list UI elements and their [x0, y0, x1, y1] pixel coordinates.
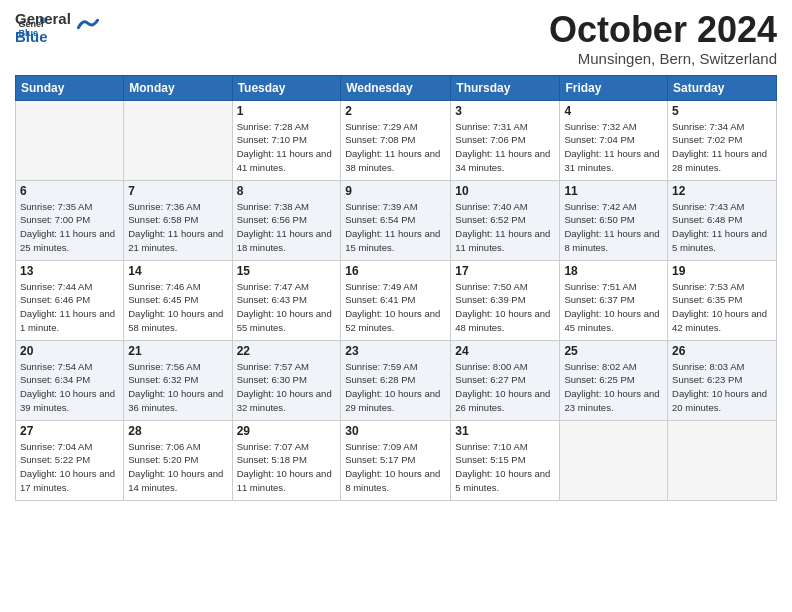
calendar-cell: 4Sunrise: 7:32 AM Sunset: 7:04 PM Daylig… [560, 100, 668, 180]
day-info: Sunrise: 7:38 AM Sunset: 6:56 PM Dayligh… [237, 200, 337, 255]
day-info: Sunrise: 7:42 AM Sunset: 6:50 PM Dayligh… [564, 200, 663, 255]
calendar-cell [560, 420, 668, 500]
day-info: Sunrise: 7:51 AM Sunset: 6:37 PM Dayligh… [564, 280, 663, 335]
calendar-cell: 24Sunrise: 8:00 AM Sunset: 6:27 PM Dayli… [451, 340, 560, 420]
day-info: Sunrise: 7:39 AM Sunset: 6:54 PM Dayligh… [345, 200, 446, 255]
day-number: 9 [345, 184, 446, 198]
day-number: 2 [345, 104, 446, 118]
day-info: Sunrise: 7:59 AM Sunset: 6:28 PM Dayligh… [345, 360, 446, 415]
day-number: 23 [345, 344, 446, 358]
day-number: 17 [455, 264, 555, 278]
day-number: 1 [237, 104, 337, 118]
day-number: 26 [672, 344, 772, 358]
day-number: 18 [564, 264, 663, 278]
calendar-week-row: 20Sunrise: 7:54 AM Sunset: 6:34 PM Dayli… [16, 340, 777, 420]
weekday-header: Wednesday [341, 75, 451, 100]
title-block: October 2024 Munsingen, Bern, Switzerlan… [549, 10, 777, 67]
calendar-cell [668, 420, 777, 500]
day-info: Sunrise: 7:44 AM Sunset: 6:46 PM Dayligh… [20, 280, 119, 335]
day-number: 13 [20, 264, 119, 278]
calendar-cell: 19Sunrise: 7:53 AM Sunset: 6:35 PM Dayli… [668, 260, 777, 340]
day-number: 6 [20, 184, 119, 198]
weekday-header: Thursday [451, 75, 560, 100]
day-number: 4 [564, 104, 663, 118]
location: Munsingen, Bern, Switzerland [549, 50, 777, 67]
day-number: 10 [455, 184, 555, 198]
day-number: 11 [564, 184, 663, 198]
day-number: 15 [237, 264, 337, 278]
day-number: 27 [20, 424, 119, 438]
day-number: 29 [237, 424, 337, 438]
calendar-week-row: 6Sunrise: 7:35 AM Sunset: 7:00 PM Daylig… [16, 180, 777, 260]
logo: General Blue General Blue [15, 10, 99, 46]
day-number: 8 [237, 184, 337, 198]
calendar-cell: 14Sunrise: 7:46 AM Sunset: 6:45 PM Dayli… [124, 260, 232, 340]
calendar-cell: 13Sunrise: 7:44 AM Sunset: 6:46 PM Dayli… [16, 260, 124, 340]
day-number: 5 [672, 104, 772, 118]
day-info: Sunrise: 7:06 AM Sunset: 5:20 PM Dayligh… [128, 440, 227, 495]
day-number: 24 [455, 344, 555, 358]
weekday-header: Monday [124, 75, 232, 100]
day-info: Sunrise: 7:57 AM Sunset: 6:30 PM Dayligh… [237, 360, 337, 415]
calendar-cell: 2Sunrise: 7:29 AM Sunset: 7:08 PM Daylig… [341, 100, 451, 180]
day-info: Sunrise: 7:40 AM Sunset: 6:52 PM Dayligh… [455, 200, 555, 255]
day-info: Sunrise: 7:29 AM Sunset: 7:08 PM Dayligh… [345, 120, 446, 175]
day-number: 28 [128, 424, 227, 438]
day-info: Sunrise: 7:32 AM Sunset: 7:04 PM Dayligh… [564, 120, 663, 175]
day-info: Sunrise: 7:09 AM Sunset: 5:17 PM Dayligh… [345, 440, 446, 495]
day-number: 16 [345, 264, 446, 278]
calendar-cell: 11Sunrise: 7:42 AM Sunset: 6:50 PM Dayli… [560, 180, 668, 260]
calendar-cell: 31Sunrise: 7:10 AM Sunset: 5:15 PM Dayli… [451, 420, 560, 500]
day-info: Sunrise: 8:02 AM Sunset: 6:25 PM Dayligh… [564, 360, 663, 415]
calendar-week-row: 27Sunrise: 7:04 AM Sunset: 5:22 PM Dayli… [16, 420, 777, 500]
calendar-week-row: 1Sunrise: 7:28 AM Sunset: 7:10 PM Daylig… [16, 100, 777, 180]
day-info: Sunrise: 7:35 AM Sunset: 7:00 PM Dayligh… [20, 200, 119, 255]
calendar-cell: 5Sunrise: 7:34 AM Sunset: 7:02 PM Daylig… [668, 100, 777, 180]
logo-wave-icon [77, 13, 99, 35]
day-info: Sunrise: 7:46 AM Sunset: 6:45 PM Dayligh… [128, 280, 227, 335]
calendar-cell: 23Sunrise: 7:59 AM Sunset: 6:28 PM Dayli… [341, 340, 451, 420]
calendar-cell: 18Sunrise: 7:51 AM Sunset: 6:37 PM Dayli… [560, 260, 668, 340]
day-number: 31 [455, 424, 555, 438]
calendar-cell: 3Sunrise: 7:31 AM Sunset: 7:06 PM Daylig… [451, 100, 560, 180]
weekday-header-row: SundayMondayTuesdayWednesdayThursdayFrid… [16, 75, 777, 100]
calendar-cell: 12Sunrise: 7:43 AM Sunset: 6:48 PM Dayli… [668, 180, 777, 260]
day-info: Sunrise: 7:28 AM Sunset: 7:10 PM Dayligh… [237, 120, 337, 175]
calendar-cell: 25Sunrise: 8:02 AM Sunset: 6:25 PM Dayli… [560, 340, 668, 420]
day-number: 14 [128, 264, 227, 278]
weekday-header: Friday [560, 75, 668, 100]
day-info: Sunrise: 7:34 AM Sunset: 7:02 PM Dayligh… [672, 120, 772, 175]
day-info: Sunrise: 8:00 AM Sunset: 6:27 PM Dayligh… [455, 360, 555, 415]
day-number: 7 [128, 184, 227, 198]
day-number: 19 [672, 264, 772, 278]
day-number: 22 [237, 344, 337, 358]
page-header: General Blue General Blue October 2024 M… [15, 10, 777, 67]
calendar-cell: 28Sunrise: 7:06 AM Sunset: 5:20 PM Dayli… [124, 420, 232, 500]
weekday-header: Sunday [16, 75, 124, 100]
logo-general-text: General [15, 10, 71, 28]
calendar-cell: 8Sunrise: 7:38 AM Sunset: 6:56 PM Daylig… [232, 180, 341, 260]
day-info: Sunrise: 7:04 AM Sunset: 5:22 PM Dayligh… [20, 440, 119, 495]
day-info: Sunrise: 7:10 AM Sunset: 5:15 PM Dayligh… [455, 440, 555, 495]
calendar-cell: 1Sunrise: 7:28 AM Sunset: 7:10 PM Daylig… [232, 100, 341, 180]
calendar-cell: 10Sunrise: 7:40 AM Sunset: 6:52 PM Dayli… [451, 180, 560, 260]
day-info: Sunrise: 7:43 AM Sunset: 6:48 PM Dayligh… [672, 200, 772, 255]
day-number: 25 [564, 344, 663, 358]
calendar-cell: 26Sunrise: 8:03 AM Sunset: 6:23 PM Dayli… [668, 340, 777, 420]
calendar-cell: 29Sunrise: 7:07 AM Sunset: 5:18 PM Dayli… [232, 420, 341, 500]
day-info: Sunrise: 7:53 AM Sunset: 6:35 PM Dayligh… [672, 280, 772, 335]
calendar-cell: 7Sunrise: 7:36 AM Sunset: 6:58 PM Daylig… [124, 180, 232, 260]
calendar-week-row: 13Sunrise: 7:44 AM Sunset: 6:46 PM Dayli… [16, 260, 777, 340]
day-info: Sunrise: 7:49 AM Sunset: 6:41 PM Dayligh… [345, 280, 446, 335]
calendar-cell: 9Sunrise: 7:39 AM Sunset: 6:54 PM Daylig… [341, 180, 451, 260]
day-info: Sunrise: 7:56 AM Sunset: 6:32 PM Dayligh… [128, 360, 227, 415]
calendar-cell: 16Sunrise: 7:49 AM Sunset: 6:41 PM Dayli… [341, 260, 451, 340]
calendar-cell: 21Sunrise: 7:56 AM Sunset: 6:32 PM Dayli… [124, 340, 232, 420]
day-number: 12 [672, 184, 772, 198]
day-info: Sunrise: 7:47 AM Sunset: 6:43 PM Dayligh… [237, 280, 337, 335]
calendar-cell [16, 100, 124, 180]
calendar-cell: 20Sunrise: 7:54 AM Sunset: 6:34 PM Dayli… [16, 340, 124, 420]
day-info: Sunrise: 8:03 AM Sunset: 6:23 PM Dayligh… [672, 360, 772, 415]
day-info: Sunrise: 7:31 AM Sunset: 7:06 PM Dayligh… [455, 120, 555, 175]
day-number: 30 [345, 424, 446, 438]
